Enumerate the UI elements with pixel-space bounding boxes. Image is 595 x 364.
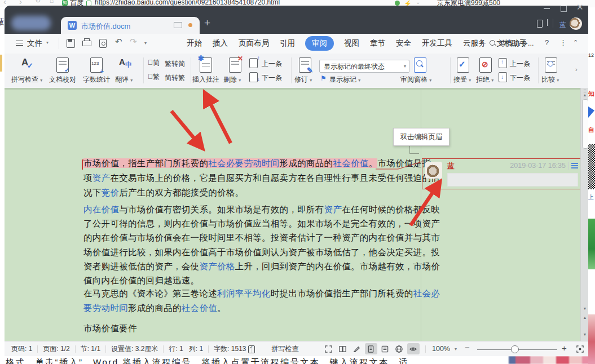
tab-insert[interactable]: 插入 [212, 36, 228, 51]
avatar[interactable] [570, 17, 582, 30]
tab-layout[interactable]: 页面布局 [238, 36, 270, 51]
zoom-caret-icon[interactable]: ▾ [455, 347, 457, 352]
simp-to-trad-icon: 􀀆繁 [148, 72, 160, 82]
zoom-out-button[interactable]: − [465, 343, 470, 352]
side-panel-icon[interactable] [537, 20, 543, 28]
trad-to-simp-button[interactable]: 繁转简 [165, 59, 185, 69]
tab-review[interactable]: 审阅 [305, 36, 334, 51]
refresh-icon[interactable]: ↻ [35, 0, 41, 5]
file-menu-caret[interactable]: ▾ [46, 40, 49, 45]
print-icon[interactable] [82, 41, 91, 46]
hyperlink-text[interactable]: 社会必要劳动时间 [208, 158, 279, 168]
prev-comment-button[interactable]: 上一条 [262, 59, 282, 69]
prev-change-button[interactable]: 上一条 [510, 59, 530, 69]
page-view-icon[interactable] [365, 343, 377, 354]
zoom-in-button[interactable]: + [562, 343, 567, 353]
minimize-button[interactable] [544, 8, 550, 9]
hamburger-icon[interactable] [16, 41, 23, 46]
scroll-down-icon[interactable]: ▼ [581, 307, 589, 310]
redo-icon[interactable]: ↷ [130, 37, 137, 47]
monitor-icon[interactable] [174, 22, 182, 28]
close-button[interactable]: ✕ [576, 2, 584, 12]
prev-page-icon[interactable]: ▲ [581, 316, 589, 319]
scroll-up-icon[interactable]: ▲ [581, 93, 589, 97]
comment-menu-icon[interactable] [571, 163, 578, 168]
book-view-icon[interactable] [337, 343, 349, 354]
fit-page-icon[interactable] [574, 343, 587, 354]
hyperlink-text[interactable]: 要劳动时间 [83, 303, 128, 313]
review-pane-button[interactable]: 审阅窗格 ▾ [400, 75, 431, 85]
text-run: 在任何时候的价格都反映 [342, 205, 440, 214]
hyperlink-text[interactable]: 内在价值 [83, 205, 119, 214]
hyperlink-text[interactable]: 竞价 [102, 188, 120, 197]
zoom-slider-knob[interactable] [511, 345, 519, 353]
comment-box[interactable]: 蓝 2019-03-17 16:35 [422, 158, 582, 189]
blurred-home-button[interactable] [11, 16, 51, 30]
markup-state-dropdown[interactable]: 显示标记的最终状态 ▾ [319, 60, 409, 73]
status-spellcheck[interactable]: 拼写检查 [271, 344, 298, 354]
tab-view[interactable]: 视图 [343, 36, 360, 51]
text-run: 的内在价值与市场价值会在一段时间里不相等。投资者估计了一种资产的内在价值并与其市 [83, 233, 440, 242]
tab-devtools[interactable]: 开发工具 [421, 36, 453, 51]
site-favicon: 知 [62, 0, 68, 6]
print-icon-top [84, 38, 90, 41]
reject-button[interactable]: 拒绝 ▾ [476, 75, 493, 85]
maximize-button[interactable] [561, 6, 567, 12]
ruler-toggle-icon[interactable]: ☰ [581, 89, 589, 93]
tab-home[interactable]: 开始 [186, 36, 202, 51]
track-changes-button[interactable]: 修订 ▾ [294, 75, 312, 85]
hyperlink-text[interactable]: 社会价值 [182, 303, 217, 313]
show-markup-button[interactable]: 显示标记 ▾ [329, 75, 360, 85]
fullscreen-view-icon[interactable] [323, 343, 335, 354]
tab-reference[interactable]: 引用 [279, 36, 296, 51]
help-icon[interactable]: ? [545, 38, 549, 47]
home-icon[interactable]: ⌂ [50, 0, 54, 5]
hyperlink-text[interactable]: 资产 [324, 205, 342, 214]
find-command[interactable]: 查找命令... [500, 39, 534, 48]
hyperlink-text[interactable]: 社会必 [413, 288, 440, 298]
ink-edit-icon[interactable] [351, 343, 363, 354]
doc-text-line: 市场价值要件 [83, 323, 137, 338]
accept-button[interactable]: 接受 ▾ [453, 75, 471, 85]
qat-caret[interactable]: ▾ [144, 41, 147, 46]
file-menu[interactable]: 文件 [27, 38, 42, 48]
next-page-icon[interactable]: ▼ [581, 332, 589, 336]
undo-icon[interactable]: ↶ [115, 37, 122, 47]
ribbon-expand-icon[interactable]: › [575, 66, 578, 73]
collapse-ribbon-icon[interactable]: ⌃ [573, 39, 578, 46]
compare-button[interactable]: 比较 ▾ [541, 75, 559, 85]
hyperlink-text[interactable]: 资产 [92, 173, 111, 183]
new-tab-button[interactable]: + [204, 17, 210, 29]
chevron-down-icon[interactable]: ⌄ [416, 0, 420, 5]
vertical-scrollbar[interactable]: ☰ ▲ ▼ ▲ ▼ [580, 88, 589, 341]
proofread-button[interactable]: 文档校对 [49, 75, 76, 85]
page-top-edge [5, 88, 580, 90]
more-icon[interactable]: ⋮ [559, 38, 567, 47]
hyperlink-text[interactable]: 利润率平均化 [217, 288, 271, 298]
simp-to-trad-button[interactable]: 简转繁 [165, 73, 185, 83]
spellcheck-button[interactable]: 拼写检查 ▾ [11, 75, 42, 85]
insert-comment-button[interactable]: 插入批注 [192, 75, 219, 85]
comment-reply-input[interactable] [447, 173, 578, 187]
zoom-level[interactable]: 100% [432, 345, 450, 353]
eye-protect-icon[interactable] [407, 343, 420, 354]
next-comment-button[interactable]: 下一条 [262, 73, 282, 83]
text-run: 项 [83, 173, 92, 183]
hyperlink-text[interactable]: 资产价格 [199, 261, 235, 271]
wordcount-button[interactable]: 字数统计 [83, 75, 110, 85]
tab-security[interactable]: 安全 [395, 36, 412, 51]
wps-titlebar: ✕ W 市场价值.docm + 蓝 [5, 6, 588, 34]
extension-icon[interactable] [395, 1, 400, 6]
delete-button[interactable]: 删除 ▾ [223, 75, 241, 85]
scrollbar-thumb[interactable] [582, 99, 589, 149]
user-name[interactable]: 蓝 [559, 20, 566, 30]
back-icon[interactable]: ‹ [3, 0, 6, 6]
next-change-button[interactable]: 下一条 [510, 73, 530, 83]
translate-button[interactable]: 翻译 ▾ [115, 75, 133, 85]
document-tab[interactable]: W 市场价值.docm [61, 17, 200, 34]
web-view-icon[interactable] [393, 343, 406, 354]
tab-cloud[interactable]: 云服务 [462, 36, 487, 51]
hyperlink-text[interactable]: 社会价值 [333, 158, 368, 168]
tab-section[interactable]: 章节 [369, 36, 386, 51]
outline-view-icon[interactable] [379, 343, 391, 354]
